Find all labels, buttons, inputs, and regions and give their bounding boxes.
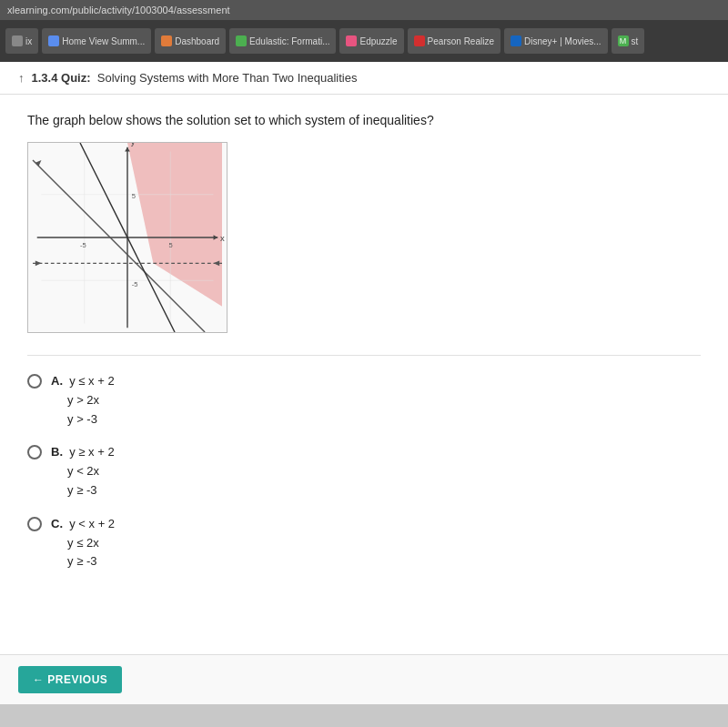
tab-dashboard[interactable]: Dashboard [155,28,226,54]
choice-a-letter: A. [51,374,63,388]
breadcrumb-label: 1.3.4 Quiz: [32,71,91,85]
answer-choices: A. y ≤ x + 2 y > 2x y > -3 B. y ≥ x + 2 … [27,372,701,571]
svg-text:-5: -5 [132,280,138,288]
tab-edpuzzle[interactable]: Edpuzzle [339,28,403,54]
svg-text:5: 5 [168,241,172,249]
address-bar: xlearning.com/public/activity/1003004/as… [0,0,728,20]
choice-c[interactable]: C. y < x + 2 y ≤ 2x y ≥ -3 [27,515,701,571]
tab-label: Edulastic: Formati... [249,36,329,46]
tab-disney[interactable]: Disney+ | Movies... [504,28,608,54]
tab-label: ix [25,36,32,46]
radio-b[interactable] [27,445,42,459]
tab-label: Disney+ | Movies... [524,36,602,46]
tab-label: Edpuzzle [359,36,397,46]
radio-c[interactable] [27,517,42,531]
svg-text:y: y [131,143,136,146]
tab-label: Dashboard [175,36,219,46]
breadcrumb-title: Solving Systems with More Than Two Inequ… [97,71,358,85]
previous-button[interactable]: ← PREVIOUS [18,666,122,693]
tab-edulastic[interactable]: Edulastic: Formati... [229,28,336,54]
tabs-bar: ix Home View Summ... Dashboard Edulastic… [0,20,728,62]
graph-container: x y -5 5 5 -5 [27,142,228,333]
choice-a-label: A. y ≤ x + 2 y > 2x y > -3 [51,372,115,429]
choice-b-label: B. y ≥ x + 2 y < 2x y ≥ -3 [51,443,115,500]
browser-chrome: xlearning.com/public/activity/1003004/as… [0,0,728,62]
question-text: The graph below shows the solution set t… [27,113,701,127]
choice-c-label: C. y < x + 2 y ≤ 2x y ≥ -3 [51,515,115,571]
divider [27,355,701,356]
svg-text:x: x [220,233,225,243]
tab-label: Home View Summ... [62,36,145,46]
svg-text:5: 5 [132,192,136,200]
choice-b[interactable]: B. y ≥ x + 2 y < 2x y ≥ -3 [27,443,701,500]
choice-a[interactable]: A. y ≤ x + 2 y > 2x y > -3 [27,372,701,429]
choice-c-letter: C. [51,517,63,530]
breadcrumb: 1.3.4 Quiz: Solving Systems with More Th… [32,71,358,85]
tab-pearson[interactable]: Pearson Realize [408,28,500,54]
tab-label: st [632,36,639,46]
tab-m[interactable]: M st [612,28,645,54]
radio-a[interactable] [27,374,42,389]
graph-svg: x y -5 5 5 -5 [28,143,227,332]
page-content: ↑ 1.3.4 Quiz: Solving Systems with More … [0,62,728,654]
quiz-body: The graph below shows the solution set t… [0,95,728,654]
tab-home[interactable]: Home View Summ... [42,28,151,54]
svg-text:-5: -5 [80,241,86,249]
macbook-label: MacBook Air [0,704,728,727]
quiz-header: ↑ 1.3.4 Quiz: Solving Systems with More … [0,62,728,95]
tab-ix[interactable]: ix [5,28,38,54]
address-text: xlearning.com/public/activity/1003004/as… [7,5,230,15]
breadcrumb-icon: ↑ [18,71,25,85]
choice-b-letter: B. [51,445,63,459]
bottom-bar: ← PREVIOUS [0,654,728,704]
tab-label: Pearson Realize [428,36,494,46]
